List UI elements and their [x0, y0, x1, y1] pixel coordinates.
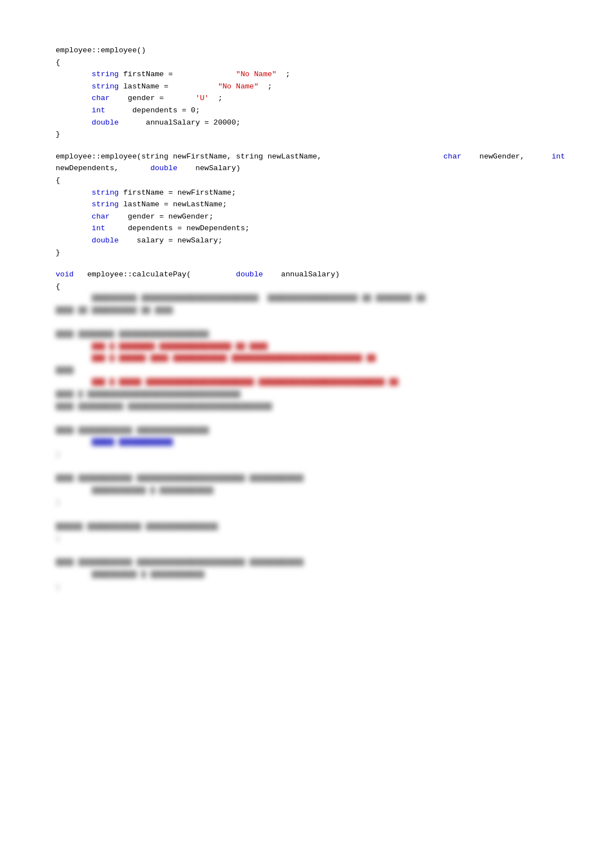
blurred-line-6: ████	[56, 365, 558, 377]
constructor2-line4: int dependents = newDependents;	[56, 222, 558, 235]
blurred-line-5: ███ █ ██████ ████ ████████████ █████████…	[56, 353, 558, 365]
kw-void-1: void	[56, 270, 73, 279]
blurred-line-13: ████ ████████████ ██████████████████████…	[56, 473, 558, 485]
kw-char-1: char	[92, 94, 110, 102]
kw-int-3: int	[92, 224, 105, 232]
blurred-line-20: }	[56, 581, 558, 593]
blurred-line-3: ████ ████████ ████████████████████	[56, 329, 558, 341]
kw-char-3: char	[92, 212, 110, 221]
blurred-line-10: ████ ████████████ ████████████████	[56, 425, 558, 437]
kw-string-2: string	[92, 82, 119, 91]
constructor2-section: employee::employee(string newFirstName, …	[56, 151, 558, 259]
constructor2-header2: newDependents, double newSalary)	[56, 162, 558, 175]
constructor2-open: {	[56, 175, 558, 187]
constructor2-header1: employee::employee(string newFirstName, …	[56, 151, 558, 163]
calculatepay-header: void employee::calculatePay( double annu…	[56, 269, 558, 281]
blurred-line-15: }	[56, 497, 558, 509]
kw-double-1: double	[92, 118, 119, 127]
str-u: 'U'	[195, 94, 209, 102]
blurred-line-16: ██████ ████████████ ████████████████	[56, 521, 558, 533]
kw-int-2: int	[551, 152, 565, 161]
blurred-line-8: ████ █ █████████████████████████████████…	[56, 389, 558, 401]
kw-double-4: double	[236, 270, 263, 279]
kw-string-3: string	[92, 189, 119, 197]
kw-double-3: double	[92, 236, 119, 245]
blurred-line-9: ████ ██████████ ████████████████████████…	[56, 401, 558, 413]
blurred-line-7: ███ █ █████ ████████████████████████ ███…	[56, 376, 558, 389]
blurred-line-2: ████ ██ ██████████ ██ ████	[56, 305, 558, 317]
str-noname-1: "No Name"	[236, 70, 277, 78]
blurred-line-11: █████ ████████████	[56, 437, 558, 449]
constructor1-line2: string lastName = "No Name" ;	[56, 81, 558, 93]
constructor1-line5: double annualSalary = 20000;	[56, 117, 558, 129]
constructor2-close: }	[56, 247, 558, 259]
constructor1-header: employee::employee()	[56, 44, 558, 57]
kw-int-1: int	[92, 106, 105, 115]
code-block: employee::employee() { string firstName …	[56, 44, 558, 593]
kw-double-2: double	[150, 164, 178, 172]
str-noname-2: "No Name"	[218, 82, 259, 91]
constructor1-line1: string firstName = "No Name" ;	[56, 68, 558, 81]
constructor1-close: }	[56, 128, 558, 141]
blurred-line-12: }	[56, 449, 558, 461]
constructor1-section: employee::employee() { string firstName …	[56, 44, 558, 141]
constructor1-line3: char gender = 'U' ;	[56, 92, 558, 105]
constructor2-line1: string firstName = newFirstName;	[56, 187, 558, 199]
blurred-line-18: ████ ████████████ ██████████████████████…	[56, 557, 558, 569]
kw-string-1: string	[92, 70, 119, 78]
calculatepay-section: void employee::calculatePay( double annu…	[56, 269, 558, 593]
blurred-line-14: ████████████ █ ████████████	[56, 485, 558, 497]
constructor1-line4: int dependents = 0;	[56, 105, 558, 117]
kw-char-2: char	[444, 152, 461, 161]
constructor2-line5: double salary = newSalary;	[56, 235, 558, 247]
blurred-line-17: }	[56, 533, 558, 545]
blurred-line-1: ██████████ ██████████████████████████ ██…	[56, 292, 558, 305]
kw-string-4: string	[92, 200, 119, 209]
blurred-line-4: ███ █ ████████ ████████████████ ██ ████	[56, 341, 558, 353]
constructor2-line2: string lastName = newLastName;	[56, 199, 558, 211]
calculatepay-open: {	[56, 281, 558, 293]
constructor2-line3: char gender = newGender;	[56, 211, 558, 223]
blurred-line-19: ██████████ █ ████████████	[56, 569, 558, 581]
constructor1-open: {	[56, 57, 558, 69]
